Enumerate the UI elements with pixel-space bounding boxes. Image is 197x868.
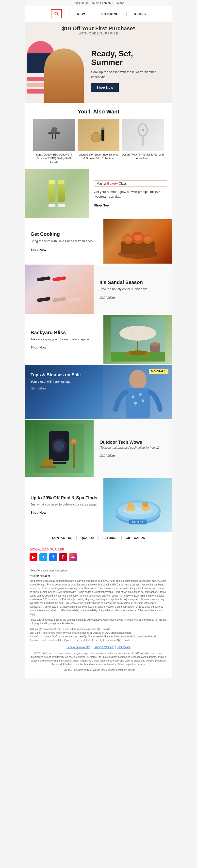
- nav-item-new[interactable]: NEW: [77, 12, 85, 16]
- pinterest-icon[interactable]: P: [59, 553, 67, 561]
- hero-section: Ready, Set, Summer Soak up the season wi…: [25, 39, 172, 103]
- footer-nav-qcard[interactable]: QCARD®: [77, 536, 98, 540]
- tops-heading: Tops & Blouses on Sale: [31, 372, 83, 377]
- promo-main-text: $10 Off Your First Purchase*: [28, 25, 169, 32]
- top-banner-text: Stock Up on Beauty, Fashion & Beyond: [73, 1, 124, 4]
- tops-content: Tops & Blouses on Sale Your closet will …: [25, 365, 89, 398]
- product-name-bbq: Scrub Daddy BBQ Daddy Grill Brush w/ 2 B…: [33, 153, 75, 164]
- backyard-description: Take it easy in your dream outdoor space…: [31, 337, 97, 341]
- beauty-class-image: it it: [25, 169, 89, 218]
- footer-nav-contact[interactable]: CONTACT US: [48, 536, 76, 540]
- svg-rect-46: [73, 443, 75, 468]
- bbq-icon: [47, 125, 61, 145]
- address-text: QVC, Inc. is located at 1200 Wilson Driv…: [30, 668, 167, 672]
- nav-divider-1: [69, 11, 69, 16]
- svg-rect-28: [125, 352, 131, 356]
- backyard-banner: Backyard Bliss Take it easy in your drea…: [25, 315, 172, 364]
- hero-person: [44, 49, 84, 103]
- footer-nav-returns[interactable]: RETURNS: [98, 536, 122, 540]
- big-deal-badge: BIG DEAL™: [149, 369, 168, 374]
- footer-nav-giftcards[interactable]: GIFT CARDS: [122, 536, 149, 540]
- svg-point-19: [124, 237, 132, 241]
- svg-rect-5: [55, 134, 56, 139]
- product-card-fan[interactable]: Dyson TP7A Air Purifier & Fan with Auto-…: [122, 119, 164, 164]
- makeup-icon: [89, 125, 108, 145]
- beauty-class-tag: Master Beauty Class: [94, 180, 167, 187]
- svg-point-21: [144, 237, 151, 241]
- outdoor-tech-shop-button[interactable]: Shop Now: [100, 453, 166, 457]
- pool-icon: SALUSPA: [111, 480, 165, 529]
- svg-rect-9: [102, 127, 105, 130]
- footer-links: General Terms of Use | Privacy Statement…: [30, 645, 167, 649]
- svg-point-13: [142, 129, 144, 131]
- beauty-class-banner: it it Master Beauty Class Get your summe…: [25, 169, 172, 218]
- cooking-food-icon: [113, 222, 163, 261]
- pool-heading: Up to 20% Off Pool & Spa Finds: [31, 495, 97, 501]
- hero-shop-now-button[interactable]: Shop Now: [91, 83, 119, 92]
- nav-item-trending[interactable]: TRENDING: [100, 12, 119, 16]
- svg-point-20: [134, 235, 142, 241]
- top-banner: Stock Up on Beauty, Fashion & Beyond: [25, 0, 172, 6]
- pricing-note: Prices and show date & times are subject…: [30, 618, 167, 625]
- svg-point-0: [55, 12, 58, 15]
- tops-shop-button[interactable]: Shop Now: [31, 386, 83, 390]
- download-app-label[interactable]: DOWNLOAD OUR APP: [30, 548, 167, 551]
- cooking-heading: Get Cooking: [31, 231, 97, 237]
- product-image-fan: [122, 119, 164, 151]
- pool-image: SALUSPA: [104, 478, 172, 532]
- sandal-description: Save on hot styles for sunny days.: [100, 287, 166, 291]
- svg-line-1: [57, 15, 59, 16]
- pool-description: Just what you need to bubble your cares …: [31, 502, 97, 506]
- patio-umbrella-icon: [111, 317, 165, 362]
- twitter-icon[interactable]: 𝕏: [39, 553, 47, 561]
- product-card-makeup[interactable]: Laura Geller Super-Size Balance & Bronze…: [78, 119, 119, 164]
- products-row: Scrub Daddy BBQ Daddy Grill Brush w/ 2 B…: [25, 119, 172, 169]
- hero-content: Ready, Set, Summer Soak up the season wi…: [89, 42, 172, 99]
- outdoor-tech-sub: (To keep that backyard bash going for ho…: [100, 446, 166, 450]
- unsubscribe-link[interactable]: Unsubscribe: [117, 646, 131, 649]
- youtube-icon[interactable]: ▶: [30, 553, 37, 561]
- promo-sub-text: WITH CODE SURPRISE: [28, 32, 169, 35]
- svg-rect-43: [52, 462, 66, 464]
- facebook-icon[interactable]: f: [49, 553, 57, 561]
- backyard-image: [104, 315, 172, 364]
- instagram-icon[interactable]: ◎: [69, 553, 77, 561]
- terms-link[interactable]: General Terms of Use: [66, 646, 90, 649]
- svg-point-35: [132, 396, 135, 398]
- svg-rect-22: [123, 244, 153, 245]
- svg-text:SALUSPA: SALUSPA: [132, 521, 144, 523]
- backyard-shop-button[interactable]: Shop Now: [31, 345, 97, 349]
- svg-point-42: [54, 441, 64, 451]
- hero-heading: Ready, Set, Summer: [91, 50, 165, 67]
- beauty-highlight: Beauty: [107, 182, 118, 185]
- svg-point-36: [139, 393, 142, 396]
- svg-point-38: [142, 399, 144, 402]
- sandal-shop-button[interactable]: Shop Now: [100, 295, 166, 299]
- download-app-section: DOWNLOAD OUR APP ▶ 𝕏 f P ◎: [25, 544, 172, 564]
- nav-divider-2: [92, 11, 93, 16]
- cooking-banner: Get Cooking Bring the yum with Sale Pric…: [25, 219, 172, 264]
- copyright-text: ©2023 QVC, Inc. The brand names, slogans…: [30, 651, 167, 666]
- you-also-want-section: You'll Also Want Scrub Daddy BBQ Daddy: [25, 103, 172, 169]
- product-name-fan: Dyson TP7A Air Purifier & Fan with Auto-…: [122, 153, 164, 160]
- product-card-bbq[interactable]: Scrub Daddy BBQ Daddy Grill Brush w/ 2 B…: [33, 119, 75, 164]
- svg-rect-44: [39, 466, 57, 468]
- svg-rect-45: [43, 460, 53, 466]
- you-also-want-title: You'll Also Want: [25, 103, 172, 119]
- cooking-content: Get Cooking Bring the yum with Sale Pric…: [25, 219, 104, 264]
- hero-art: [25, 39, 89, 103]
- beauty-class-description: Get your summer glow on with pro tips, t…: [94, 189, 167, 199]
- nav-divider-3: [126, 11, 126, 16]
- outdoor-tech-icon: [34, 424, 84, 473]
- beauty-class-shop-button[interactable]: Shop Now: [94, 204, 167, 207]
- nav-item-deals[interactable]: DEALS: [134, 12, 146, 16]
- product-image-makeup: [78, 119, 119, 151]
- footer-nav: CONTACT US QCARD® RETURNS GIFT CARDS: [25, 532, 172, 544]
- cooking-shop-button[interactable]: Shop Now: [31, 248, 97, 251]
- search-logo[interactable]: [51, 9, 62, 18]
- social-icons-row: ▶ 𝕏 f P ◎: [30, 553, 167, 561]
- privacy-link[interactable]: Privacy Statement: [93, 646, 114, 649]
- header: NEW TRENDING DEALS: [25, 6, 172, 22]
- svg-rect-4: [52, 134, 53, 139]
- pool-shop-button[interactable]: Shop Now: [31, 511, 97, 514]
